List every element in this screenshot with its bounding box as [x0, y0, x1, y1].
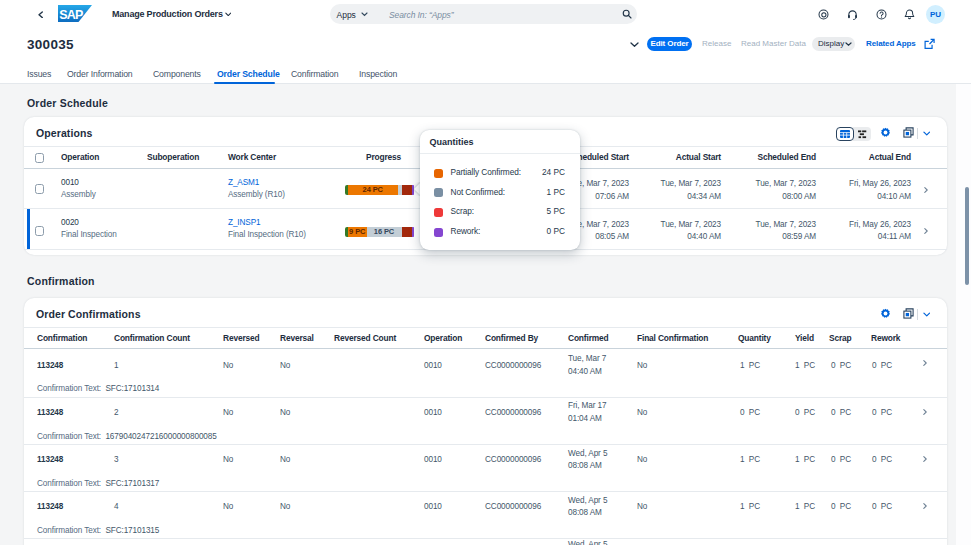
- svg-text:SAP: SAP: [59, 8, 83, 22]
